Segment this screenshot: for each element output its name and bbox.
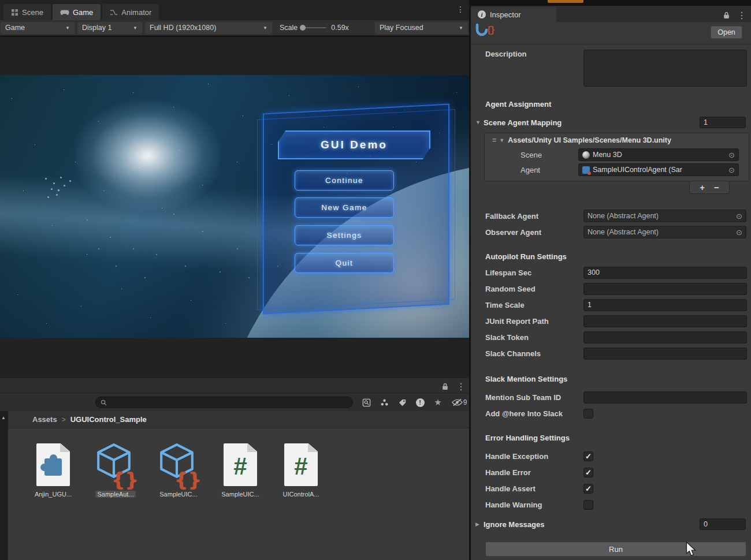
quit-button[interactable]: Quit — [295, 253, 394, 273]
mapping-count-field[interactable]: 1 — [700, 117, 746, 128]
hash-icon: # — [294, 454, 307, 479]
time-scale-input[interactable]: 1 — [583, 299, 747, 311]
scene-asset-icon — [582, 151, 590, 159]
play-focused-label: Play Focused — [380, 24, 423, 32]
foldout-open-icon[interactable]: ▼ — [475, 120, 484, 125]
object-picker-icon[interactable]: ⊙ — [736, 229, 742, 236]
asset-item-asmdef[interactable]: Anjin_UGU... — [25, 440, 81, 498]
settings-button[interactable]: Settings — [295, 225, 394, 245]
search-in-packages-icon[interactable] — [360, 397, 373, 408]
tab-inspector[interactable]: i Inspector — [471, 7, 556, 22]
asset-item-csharp[interactable]: # SampleUIC... — [213, 440, 268, 498]
scene-field-value: Menu 3D — [593, 151, 622, 159]
asset-grid: Anjin_UGU... {} SampleAut... {} — [8, 428, 469, 560]
resolution-dropdown[interactable]: Full HD (1920x1080) ▼ — [145, 22, 272, 34]
ignore-messages-count[interactable]: 0 — [700, 518, 746, 530]
search-input[interactable] — [95, 397, 353, 408]
object-picker-icon[interactable]: ⊙ — [728, 151, 735, 159]
asmdef-file-icon — [36, 443, 70, 486]
handle-exception-checkbox[interactable]: ✓ — [583, 451, 593, 461]
scene-agent-mapping-box: = ▼ Assets/Unity UI Samples/Scenes/Menu … — [484, 133, 749, 181]
lifespan-row: Lifespan Sec 300 — [471, 264, 751, 281]
junit-report-row: JUnit Report Path — [471, 313, 751, 329]
observer-agent-field[interactable]: None (Abstract Agent) ⊙ — [583, 226, 746, 238]
inspector-menu-icon[interactable]: ⋮ — [737, 10, 746, 21]
breadcrumb-current-folder[interactable]: UGUIControl_Sample — [70, 415, 147, 424]
handle-warning-label: Handle Warning — [485, 501, 583, 509]
game-panel-menu-icon[interactable]: ⋮ — [456, 5, 464, 14]
display-dropdown[interactable]: Display 1 ▼ — [77, 22, 142, 34]
play-focused-dropdown[interactable]: Play Focused ▼ — [375, 22, 468, 34]
open-button[interactable]: Open — [711, 26, 742, 39]
foldout-closed-icon[interactable]: ▶ — [475, 521, 484, 527]
mention-sub-team-label: Mention Sub Team ID — [485, 393, 583, 402]
search-by-label-icon[interactable] — [396, 397, 408, 408]
continue-button[interactable]: Continue — [295, 170, 394, 191]
remove-element-button[interactable]: − — [714, 182, 719, 192]
slack-token-input[interactable] — [583, 331, 747, 344]
asset-label: SampleUIC... — [221, 491, 259, 498]
save-search-icon[interactable]: ★ — [432, 397, 444, 408]
slack-channels-input[interactable] — [583, 348, 747, 360]
add-here-checkbox[interactable] — [583, 409, 593, 419]
agent-asset-icon — [582, 166, 590, 174]
handle-assert-checkbox[interactable]: ✓ — [583, 484, 593, 494]
mapping-entry-header[interactable]: = ▼ Assets/Unity UI Samples/Scenes/Menu … — [485, 133, 749, 147]
fallback-agent-field[interactable]: None (Abstract Agent) ⊙ — [583, 210, 746, 222]
tab-game[interactable]: Game — [53, 4, 101, 20]
inspector-asset-header: {} Open — [471, 22, 751, 45]
description-row: Description — [471, 50, 751, 87]
slack-token-row: Slack Token — [471, 329, 751, 345]
new-game-button[interactable]: New Game — [295, 197, 394, 218]
run-button[interactable]: Run — [485, 542, 746, 557]
asset-item-scriptable[interactable]: {} SampleUIC... — [151, 440, 206, 498]
inspector-body: Description Agent Assignment ▼ Scene Age… — [471, 45, 751, 537]
lock-icon[interactable] — [442, 383, 448, 390]
lock-icon[interactable] — [723, 12, 730, 19]
asset-item-scriptable-selected[interactable]: {} SampleAut... — [88, 440, 143, 498]
chevron-down-icon: ▼ — [459, 25, 463, 31]
inspector-tab-bar: i Inspector ⋮ — [471, 6, 751, 22]
console-filter-icon[interactable]: ! — [414, 397, 426, 408]
display-label: Display 1 — [82, 24, 111, 32]
tab-scene[interactable]: Scene — [3, 4, 51, 20]
random-seed-label: Random Seed — [485, 285, 583, 293]
handle-warning-checkbox[interactable] — [583, 500, 593, 510]
tab-scene-label: Scene — [22, 8, 43, 17]
hidden-packages-icon[interactable]: 9 — [449, 397, 469, 408]
random-seed-input[interactable] — [583, 283, 747, 295]
tab-animator[interactable]: Animator — [102, 4, 159, 20]
junit-report-input[interactable] — [583, 315, 747, 327]
drag-handle-icon[interactable]: = — [492, 136, 496, 144]
inspector-tab-label: Inspector — [490, 10, 521, 19]
breadcrumb-assets[interactable]: Assets — [32, 415, 57, 424]
fallback-agent-row: Fallback Agent None (Abstract Agent) ⊙ — [471, 209, 751, 223]
scene-object-field[interactable]: Menu 3D ⊙ — [578, 148, 739, 161]
scale-slider[interactable] — [302, 27, 326, 28]
asset-item-csharp[interactable]: # UIControlA... — [273, 440, 329, 498]
project-menu-icon[interactable]: ⋮ — [456, 381, 466, 392]
collapse-triangle-icon[interactable]: ▲ — [1, 415, 6, 420]
add-element-button[interactable]: + — [700, 182, 705, 192]
search-by-type-icon[interactable] — [378, 397, 391, 408]
handle-error-checkbox[interactable]: ✓ — [583, 468, 593, 477]
scale-slider-knob[interactable] — [300, 25, 306, 31]
ignore-messages-label: Ignore Messages — [484, 520, 545, 529]
description-textarea[interactable] — [583, 50, 747, 87]
scene-agent-mapping-label: Scene Agent Mapping — [484, 118, 562, 127]
agent-field-value: SampleUIControlAgent (Sar — [593, 166, 682, 174]
object-picker-icon[interactable]: ⊙ — [736, 212, 742, 220]
object-picker-icon[interactable]: ⊙ — [728, 166, 735, 174]
game-view-toolbar: Game ▼ Display 1 ▼ Full HD (1920x1080) ▼… — [0, 20, 469, 36]
mention-sub-team-input[interactable] — [583, 391, 747, 404]
lifespan-input[interactable]: 300 — [583, 267, 747, 279]
tab-animator-label: Animator — [121, 8, 151, 17]
search-icon — [101, 400, 107, 406]
breadcrumb-separator: > — [62, 416, 66, 424]
game-view-panel: Scene Game Animator ⋮ Game ▼ Display 1 ▼ — [0, 0, 469, 560]
project-toolbar: ! ★ 9 — [0, 394, 469, 411]
junit-report-label: JUnit Report Path — [485, 317, 583, 326]
agent-object-field[interactable]: SampleUIControlAgent (Sar ⊙ — [578, 163, 739, 176]
game-mode-dropdown[interactable]: Game ▼ — [1, 22, 75, 34]
foldout-open-icon[interactable]: ▼ — [499, 137, 504, 143]
